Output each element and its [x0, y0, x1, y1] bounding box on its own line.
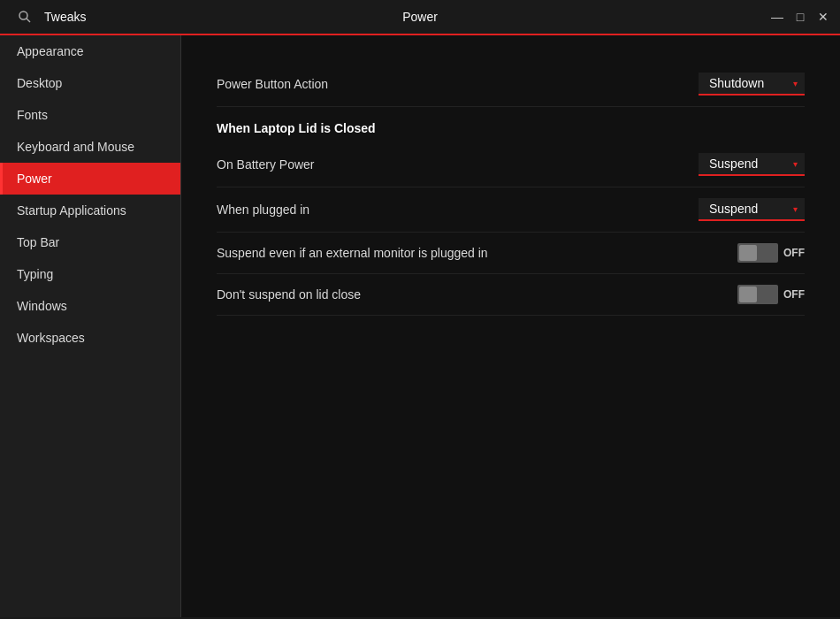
when-plugged-value: Suspend	[709, 202, 786, 216]
when-plugged-row: When plugged in Suspend ▾	[217, 187, 805, 233]
sidebar-item-desktop[interactable]: Desktop	[0, 67, 180, 99]
on-battery-label: On Battery Power	[217, 157, 315, 172]
power-button-action-label: Power Button Action	[217, 77, 328, 91]
sidebar-item-windows[interactable]: Windows	[0, 290, 180, 322]
on-battery-row: On Battery Power Suspend ▾	[217, 142, 805, 187]
svg-point-0	[19, 11, 27, 19]
window-title: Power	[402, 10, 438, 24]
app-layout: Appearance Desktop Fonts Keyboard and Mo…	[0, 35, 840, 617]
close-button[interactable]: ✕	[815, 9, 831, 25]
app-name: Tweaks	[44, 10, 86, 24]
sidebar-item-typing[interactable]: Typing	[0, 258, 180, 290]
on-battery-dropdown[interactable]: Suspend ▾	[699, 153, 805, 176]
dont-suspend-toggle[interactable]	[737, 285, 778, 304]
window-controls: — □ ✕	[769, 9, 831, 25]
sidebar-item-startup-applications[interactable]: Startup Applications	[0, 195, 180, 226]
titlebar: Tweaks Power — □ ✕	[0, 0, 840, 35]
svg-line-1	[27, 19, 30, 22]
external-monitor-label: Suspend even if an external monitor is p…	[217, 246, 488, 260]
toggle-thumb	[739, 245, 757, 261]
sidebar: Appearance Desktop Fonts Keyboard and Mo…	[0, 35, 181, 617]
sidebar-item-power[interactable]: Power	[0, 163, 180, 195]
chevron-down-icon: ▾	[793, 159, 798, 169]
dont-suspend-toggle-label: OFF	[783, 288, 805, 301]
maximize-button[interactable]: □	[792, 9, 808, 25]
dont-suspend-row: Don't suspend on lid close OFF	[217, 274, 805, 316]
main-content: Power Button Action Shutdown ▾ When Lapt…	[181, 35, 840, 617]
dont-suspend-label: Don't suspend on lid close	[217, 287, 361, 302]
power-button-action-dropdown[interactable]: Shutdown ▾	[699, 73, 805, 96]
power-button-action-row: Power Button Action Shutdown ▾	[217, 62, 805, 107]
search-icon[interactable]	[11, 3, 39, 31]
chevron-down-icon: ▾	[793, 204, 798, 214]
external-monitor-toggle-wrapper: OFF	[737, 243, 805, 263]
sidebar-item-fonts[interactable]: Fonts	[0, 99, 180, 131]
when-plugged-dropdown[interactable]: Suspend ▾	[699, 198, 805, 221]
dont-suspend-toggle-wrapper: OFF	[737, 285, 805, 304]
sidebar-item-keyboard-mouse[interactable]: Keyboard and Mouse	[0, 131, 180, 163]
when-plugged-label: When plugged in	[217, 203, 309, 217]
external-monitor-row: Suspend even if an external monitor is p…	[217, 233, 805, 274]
sidebar-item-appearance[interactable]: Appearance	[0, 35, 180, 67]
on-battery-value: Suspend	[709, 157, 786, 171]
external-monitor-toggle[interactable]	[737, 243, 778, 263]
external-monitor-toggle-label: OFF	[783, 247, 805, 259]
minimize-button[interactable]: —	[769, 9, 785, 25]
toggle-thumb	[739, 287, 757, 302]
sidebar-item-top-bar[interactable]: Top Bar	[0, 226, 180, 258]
chevron-down-icon: ▾	[793, 79, 798, 88]
power-button-action-value: Shutdown	[709, 76, 786, 90]
lid-closed-heading: When Laptop Lid is Closed	[217, 107, 805, 142]
sidebar-item-workspaces[interactable]: Workspaces	[0, 322, 180, 354]
